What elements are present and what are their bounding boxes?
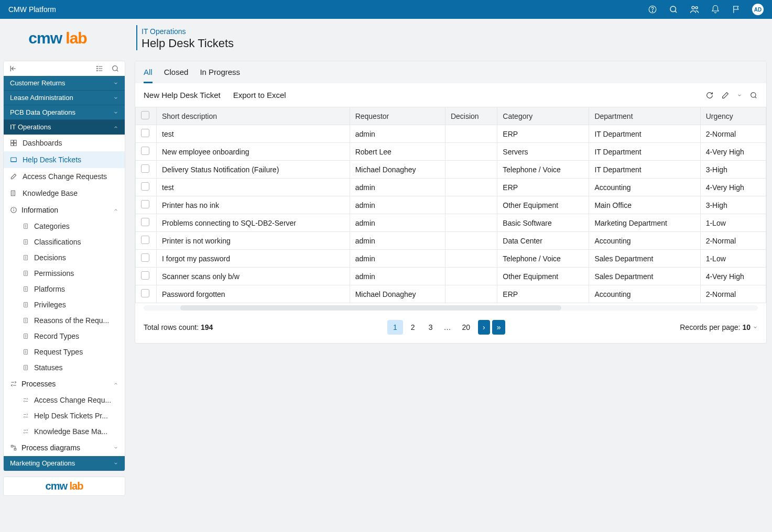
row-checkbox[interactable]: [141, 147, 149, 155]
sidebar-item[interactable]: Knowledge Base: [4, 185, 125, 202]
sidebar-group-label: Marketing Operations: [10, 459, 75, 467]
avatar[interactable]: AD: [752, 4, 764, 15]
tab[interactable]: All: [144, 68, 153, 83]
cell-category: Other Equipment: [497, 196, 589, 214]
row-checkbox[interactable]: [141, 236, 149, 244]
sidebar-section-information[interactable]: Information: [4, 202, 125, 218]
tree-item[interactable]: Classifications: [17, 234, 125, 250]
cell-urgency: 1-Low: [700, 250, 766, 268]
table-row[interactable]: Printer is not workingadminData CenterAc…: [136, 232, 766, 250]
chevron-down-icon[interactable]: [737, 91, 742, 99]
help-icon[interactable]: [647, 4, 658, 15]
select-all-checkbox[interactable]: [141, 111, 149, 119]
sidebar: Customer ReturnsLease AdministrationPCB …: [3, 61, 125, 471]
sidebar-search-icon[interactable]: [111, 64, 119, 73]
nav-icon: [10, 173, 18, 180]
tab[interactable]: In Progress: [200, 68, 240, 83]
column-header[interactable]: Urgency: [700, 107, 766, 125]
column-header[interactable]: Department: [589, 107, 700, 125]
list-icon[interactable]: [95, 64, 104, 73]
cell-requestor: Michael Donaghey: [350, 161, 445, 179]
table-row[interactable]: Scanner scans only b/wadminOther Equipme…: [136, 268, 766, 285]
tree-item[interactable]: Decisions: [17, 250, 125, 265]
row-checkbox[interactable]: [141, 182, 149, 191]
page-button[interactable]: 2: [405, 320, 421, 335]
sidebar-group[interactable]: Customer Returns: [4, 76, 125, 91]
next-page-button[interactable]: ›: [478, 320, 490, 335]
row-checkbox[interactable]: [141, 200, 149, 208]
toolbar-search-icon[interactable]: [749, 91, 758, 99]
sidebar-group[interactable]: Marketing Operations: [4, 456, 125, 471]
page-button[interactable]: 3: [423, 320, 439, 335]
svg-point-3: [692, 6, 694, 9]
new-ticket-button[interactable]: New Help Desk Ticket: [144, 91, 221, 99]
horizontal-scrollbar[interactable]: [144, 305, 758, 311]
tree-item[interactable]: Permissions: [17, 265, 125, 281]
brand-cmw: cmw: [28, 29, 62, 47]
table-row[interactable]: Password forgottenMichael DonagheyERPAcc…: [136, 285, 766, 303]
row-checkbox[interactable]: [141, 289, 149, 297]
cell-category: Telephone / Voice: [497, 161, 589, 179]
tree-item[interactable]: Platforms: [17, 281, 125, 297]
tree-item[interactable]: Reasons of the Requ...: [17, 313, 125, 328]
page-button[interactable]: 20: [456, 320, 476, 335]
table-row[interactable]: testadminERPAccounting4-Very High: [136, 179, 766, 196]
tree-item-label: Privileges: [34, 301, 66, 309]
row-checkbox[interactable]: [141, 164, 149, 173]
cell-decision: [445, 268, 497, 285]
doc-icon: [23, 364, 30, 371]
column-header[interactable]: Decision: [445, 107, 497, 125]
column-header[interactable]: Short description: [157, 107, 350, 125]
sidebar-item[interactable]: Dashboards: [4, 135, 125, 151]
collapse-sidebar-icon[interactable]: [9, 64, 17, 73]
tree-item[interactable]: Access Change Requ...: [17, 392, 125, 408]
row-checkbox[interactable]: [141, 129, 149, 137]
records-per-page[interactable]: Records per page: 10: [680, 323, 758, 331]
sidebar-item[interactable]: Access Change Requests: [4, 168, 125, 185]
table-row[interactable]: Delivery Status Notification (Failure)Mi…: [136, 161, 766, 179]
svg-point-6: [97, 68, 97, 69]
table-row[interactable]: Problems connecting to SQL-DB2-Serveradm…: [136, 214, 766, 232]
tree-item-label: Access Change Requ...: [34, 396, 111, 404]
refresh-icon[interactable]: [705, 91, 714, 99]
row-checkbox[interactable]: [141, 253, 149, 262]
cell-short: I forgot my password: [157, 250, 350, 268]
row-checkbox[interactable]: [141, 271, 149, 280]
sidebar-item[interactable]: Help Desk Tickets: [4, 151, 125, 168]
tree-item[interactable]: Statuses: [17, 360, 125, 375]
nav-icon: [10, 190, 18, 197]
column-header[interactable]: Requestor: [350, 107, 445, 125]
last-page-button[interactable]: »: [492, 320, 506, 335]
export-excel-button[interactable]: Export to Excel: [233, 91, 286, 99]
tree-item[interactable]: Record Types: [17, 328, 125, 344]
sidebar-group[interactable]: PCB Data Operations: [4, 105, 125, 120]
sidebar-section-processes[interactable]: Processes: [4, 375, 125, 392]
breadcrumb-parent[interactable]: IT Operations: [142, 27, 234, 36]
flag-icon[interactable]: [731, 4, 742, 15]
section-label: Processes: [21, 380, 56, 388]
row-checkbox[interactable]: [141, 218, 149, 226]
search-icon[interactable]: [668, 4, 679, 15]
cell-urgency: 4-Very High: [700, 179, 766, 196]
table-row[interactable]: Printer has no inkadminOther EquipmentMa…: [136, 196, 766, 214]
cell-department: Sales Department: [589, 250, 700, 268]
page-button[interactable]: 1: [387, 320, 403, 335]
column-header[interactable]: Category: [497, 107, 589, 125]
table-row[interactable]: testadminERPIT Department2-Normal: [136, 125, 766, 143]
cell-short: Printer has no ink: [157, 196, 350, 214]
pagination: 123…20›»: [387, 320, 505, 335]
tab[interactable]: Closed: [164, 68, 189, 83]
users-icon[interactable]: [689, 4, 700, 15]
sidebar-group[interactable]: Lease Administration: [4, 91, 125, 105]
tree-item[interactable]: Privileges: [17, 297, 125, 313]
tree-item[interactable]: Knowledge Base Ma...: [17, 424, 125, 439]
sidebar-group-it-operations[interactable]: IT Operations: [4, 120, 125, 135]
edit-icon[interactable]: [721, 91, 730, 99]
tree-item[interactable]: Help Desk Tickets Pr...: [17, 408, 125, 424]
tree-item[interactable]: Request Types: [17, 344, 125, 360]
bell-icon[interactable]: [710, 4, 721, 15]
table-row[interactable]: I forgot my passwordadminTelephone / Voi…: [136, 250, 766, 268]
sidebar-section-process-diagrams[interactable]: Process diagrams: [4, 439, 125, 456]
table-row[interactable]: New employee onboardingRobert LeeServers…: [136, 143, 766, 161]
tree-item[interactable]: Categories: [17, 218, 125, 234]
